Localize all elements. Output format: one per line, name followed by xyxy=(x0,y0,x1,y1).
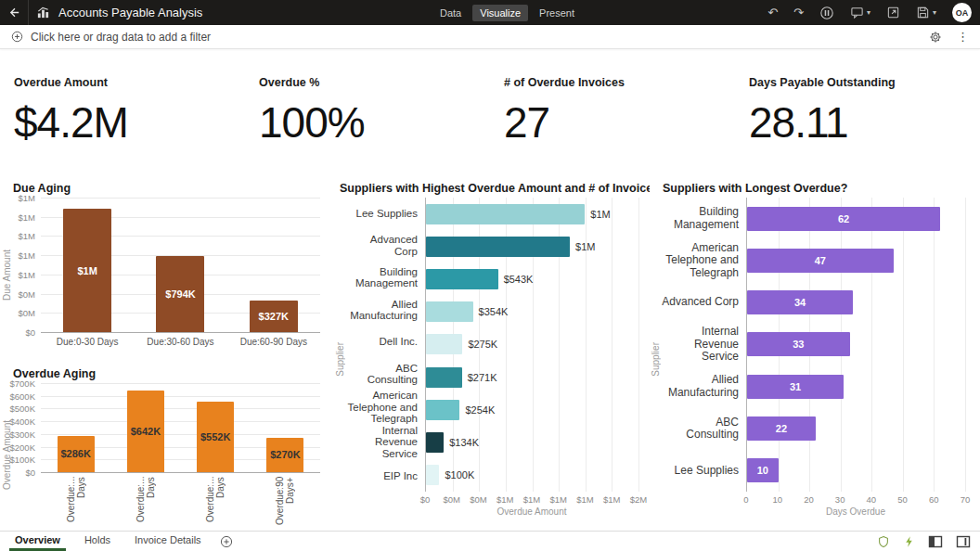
top-bar: Accounts Payable Analysis Data Visualize… xyxy=(0,0,980,25)
bar[interactable]: $327K xyxy=(250,301,298,332)
kpi-label: # of Overdue Invoices xyxy=(504,76,735,89)
bar-value-label: $354K xyxy=(479,306,509,317)
gridline xyxy=(638,198,639,492)
bar[interactable]: 33 xyxy=(747,332,850,356)
chart-title: Suppliers with Highest Overdue Amount an… xyxy=(334,176,648,198)
category-label: Due:0-30 Days xyxy=(41,337,134,353)
kpi-value: 28.11 xyxy=(749,97,980,147)
bar-slot: $642K xyxy=(110,383,180,472)
add-canvas-icon[interactable] xyxy=(220,535,233,548)
canvas-tab-invoice-details[interactable]: Invoice Details xyxy=(129,532,207,551)
bar-value-label: 22 xyxy=(776,423,787,434)
filter-bar[interactable]: Click here or drag data to add a filter … xyxy=(0,25,980,49)
chart-title: Due Aging xyxy=(0,176,332,198)
bar[interactable]: $552K xyxy=(197,402,234,472)
category-label: Advanced Corp xyxy=(345,230,425,263)
bar-slot: $1M xyxy=(41,198,134,332)
bar[interactable]: 22 xyxy=(747,416,816,441)
bar[interactable]: $286K xyxy=(58,436,95,472)
bar[interactable]: $794K xyxy=(156,256,204,332)
bar[interactable] xyxy=(426,465,439,485)
suppliers-overdue-amount-chart[interactable]: Suppliers with Highest Overdue Amount an… xyxy=(334,176,648,521)
bar-row: $271K xyxy=(426,361,638,393)
back-button[interactable] xyxy=(0,0,29,25)
tab-present[interactable]: Present xyxy=(532,5,582,21)
axis-tick-label: 10 xyxy=(772,494,782,505)
bar[interactable] xyxy=(426,334,462,354)
user-avatar[interactable]: OA xyxy=(952,3,972,22)
comments-caret-icon: ▾ xyxy=(867,8,870,17)
workbook-canvas: Accounts Payable Analysis Data Visualize… xyxy=(0,0,980,551)
bar[interactable]: 47 xyxy=(747,249,894,273)
canvas-tab-holds[interactable]: Holds xyxy=(79,532,116,551)
canvas-tab-overview[interactable]: Overview xyxy=(9,532,66,551)
category-label: American Telephone and Telegraph xyxy=(345,390,425,425)
auto-insights-lightning-icon[interactable] xyxy=(903,535,915,548)
undo-icon[interactable]: ↶ xyxy=(767,6,778,19)
kpi-overdue-invoices[interactable]: # of Overdue Invoices 27 xyxy=(490,63,735,160)
bar[interactable] xyxy=(426,269,498,289)
bar-row: $275K xyxy=(426,328,638,361)
toggle-left-panel-icon[interactable] xyxy=(928,535,943,548)
save-icon[interactable]: ▾ xyxy=(916,6,936,19)
axis-tick-label: $0M xyxy=(470,494,486,505)
y-axis-title: Supplier xyxy=(650,198,661,521)
bar-value-label: $552K xyxy=(200,431,230,442)
bar[interactable]: $1M xyxy=(63,209,111,332)
axis-tick-label: $1M xyxy=(19,250,35,261)
due-aging-chart[interactable]: Due Aging Due Amount $1M$1M$1M$1M$1M$0M$… xyxy=(0,176,332,352)
axis-tick-label: $1M xyxy=(550,494,567,505)
bar-slot: $552K xyxy=(181,383,251,472)
redo-icon[interactable]: ↷ xyxy=(793,6,804,19)
bar[interactable] xyxy=(426,204,585,224)
mode-tabs: Data Visualize Present xyxy=(432,0,582,25)
plot-column: $1M$794K$327KDue:0-30 DaysDue:30-60 Days… xyxy=(41,198,320,353)
bar[interactable] xyxy=(426,432,444,453)
filter-bar-actions: ⋮ xyxy=(929,31,969,44)
canvas-menu-kebab-icon[interactable]: ⋮ xyxy=(957,31,969,43)
category-label-text: Overdue:... Days xyxy=(135,477,156,525)
bar-value-label: $1M xyxy=(590,209,610,220)
bar[interactable]: $270K xyxy=(266,438,303,472)
comments-icon[interactable]: ▾ xyxy=(850,6,870,19)
bar[interactable] xyxy=(426,301,473,322)
filter-settings-gear-icon[interactable] xyxy=(929,31,942,44)
present-flow-icon[interactable] xyxy=(819,6,834,20)
quality-insights-icon[interactable] xyxy=(877,535,890,548)
toggle-right-panel-icon[interactable] xyxy=(956,535,971,548)
category-label-text: Overdue:... Days xyxy=(66,477,86,525)
bar[interactable]: 62 xyxy=(747,207,940,231)
axis-tick-label: $1M xyxy=(496,494,513,505)
plot: Building ManagementAmerican Telephone an… xyxy=(661,198,980,521)
category-column: Building ManagementAmerican Telephone an… xyxy=(661,198,746,492)
category-label: Allied Manufacturing xyxy=(345,294,425,327)
axis-tick-label: $2M xyxy=(630,494,647,505)
category-label: American Telephone and Telegraph xyxy=(661,239,746,281)
export-icon[interactable] xyxy=(886,6,900,19)
bar[interactable] xyxy=(426,367,462,388)
bar-value-label: 31 xyxy=(790,381,801,392)
axis-tick-label: 20 xyxy=(804,494,814,505)
overdue-aging-chart[interactable]: Overdue Aging Overdue Amount $700K$600K$… xyxy=(0,362,332,527)
back-arrow-icon xyxy=(7,6,21,19)
tab-data[interactable]: Data xyxy=(432,5,469,21)
bar-value-label: 47 xyxy=(815,255,826,266)
kpi-overdue-percent[interactable]: Overdue % 100% xyxy=(245,63,490,160)
kpi-overdue-amount[interactable]: Overdue Amount $4.2M xyxy=(0,63,245,160)
plot-area: $1M$1M$543K$354K$275K$271K$254K$134K$100… xyxy=(425,198,638,492)
suppliers-longest-overdue-chart[interactable]: Suppliers with Longest Overdue? Supplier… xyxy=(650,176,980,521)
bar[interactable]: 31 xyxy=(747,375,844,399)
bar[interactable] xyxy=(426,237,570,257)
axis-tick-label: 0 xyxy=(743,494,748,505)
kpi-days-payable-outstanding[interactable]: Days Payable Outstanding 28.11 xyxy=(735,63,980,160)
tab-visualize[interactable]: Visualize xyxy=(472,5,528,21)
category-label: Building Management xyxy=(345,262,425,294)
bar[interactable] xyxy=(426,400,459,420)
bar[interactable]: 10 xyxy=(747,458,779,482)
axis-tick-label: $1M xyxy=(19,269,35,279)
bar[interactable]: $642K xyxy=(127,391,164,472)
axis-tick-label: $1M xyxy=(19,231,35,241)
kpi-label: Days Payable Outstanding xyxy=(749,76,980,89)
bar[interactable]: 34 xyxy=(747,290,853,314)
bar-slot: $270K xyxy=(251,383,320,472)
